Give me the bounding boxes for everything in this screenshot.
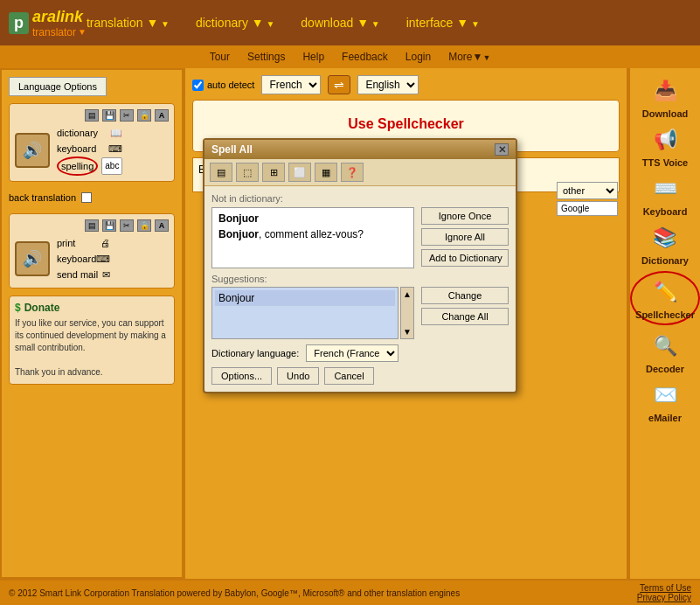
lang-row: auto detect French ⇌ English	[192, 75, 620, 94]
auto-detect-checkbox[interactable]	[192, 80, 204, 91]
tb-lock-icon[interactable]: 🔒	[137, 109, 151, 122]
spell-word-bonjuor[interactable]: Bonjuor	[215, 211, 411, 226]
tb-lock-icon-2[interactable]: 🔒	[137, 219, 151, 232]
nav-feedback[interactable]: Feedback	[342, 51, 388, 63]
spellchecker-label: Spellchecker	[635, 309, 695, 320]
terms-of-use-link[interactable]: Terms of Use	[640, 583, 691, 593]
spell-tb-btn-6[interactable]: ❓	[341, 163, 364, 182]
nav-login[interactable]: Login	[405, 51, 431, 63]
option-sendmail: send mail ✉	[57, 267, 110, 282]
sidebar-item-tts[interactable]: 📢 TTS Voice	[642, 124, 688, 168]
tb-save-icon-2[interactable]: 💾	[102, 219, 116, 232]
option-print: print 🖨	[57, 235, 110, 251]
to-language-select[interactable]: English	[357, 75, 419, 94]
mail-icon[interactable]: ✉	[102, 267, 110, 282]
suggestions-list[interactable]: Bonjour	[211, 287, 399, 339]
sec-nav: Tour Settings Help Feedback Login More▼	[0, 45, 700, 68]
donate-box: $ Donate If you like our service, you ca…	[9, 296, 175, 385]
back-translation-checkbox[interactable]	[81, 192, 92, 203]
spell-action-buttons: Ignore Once Ignore All Add to Dictionary	[421, 207, 509, 268]
nav-help[interactable]: Help	[302, 51, 324, 63]
top-nav: p aralink translator ▼ translation ▼ dic…	[0, 0, 700, 45]
suggestions-label: Suggestions:	[211, 274, 509, 284]
nav-more[interactable]: More▼	[448, 51, 490, 63]
tb-copy-icon[interactable]: ▤	[85, 109, 99, 122]
logo[interactable]: p aralink translator ▼	[9, 8, 87, 38]
spell-tb-btn-4[interactable]: ⬜	[288, 163, 311, 182]
print-icon[interactable]: 🖨	[100, 235, 110, 251]
sidebar-item-download[interactable]: 📥 Download	[642, 75, 689, 119]
suggestions-box: Bonjour ▲ ▼ Change Change All	[211, 287, 509, 339]
nav-interface[interactable]: interface ▼	[406, 16, 480, 30]
scroll-down-button[interactable]: ▼	[401, 325, 413, 338]
widget-say-it-1: ▤ 💾 ✂ 🔒 A 🔊 dictionary 📖 keyboard	[9, 103, 175, 182]
tb-scissors-icon[interactable]: ✂	[120, 109, 134, 122]
spell-word-list[interactable]: Bonjuor Bonjuor, comment allez-vous?	[211, 207, 414, 268]
donate-title[interactable]: $ Donate	[15, 302, 169, 314]
tb-save-icon[interactable]: 💾	[102, 109, 116, 122]
spelling-badge: abc	[101, 157, 122, 175]
add-to-dictionary-button[interactable]: Add to Dictionary	[421, 249, 509, 267]
nav-settings[interactable]: Settings	[247, 51, 285, 63]
change-buttons: Change Change All	[421, 287, 509, 339]
sidebar-item-dictionary[interactable]: 📚 Dictionary	[641, 222, 689, 266]
say-it-row-2: 🔊 print 🖨 keyboard ⌨ send mail ✉	[15, 235, 169, 282]
kbd-icon-2[interactable]: ⌨	[96, 251, 110, 267]
spell-word-full[interactable]: Bonjuor, comment allez-vous?	[215, 226, 411, 242]
emailer-label: eMailer	[648, 413, 682, 423]
logo-text: aralink	[32, 8, 83, 26]
speaker-icon-1[interactable]: 🔊	[15, 133, 50, 168]
dict-icon[interactable]: 📖	[110, 125, 122, 141]
decoder-label: Decoder	[646, 364, 684, 374]
kbd-icon[interactable]: ⌨	[108, 141, 122, 156]
options-button[interactable]: Options...	[211, 367, 272, 385]
swap-languages-button[interactable]: ⇌	[328, 75, 350, 94]
nav-dictionary[interactable]: dictionary ▼	[196, 16, 274, 30]
option-spelling: spelling abc	[57, 156, 122, 176]
suggestion-bonjour[interactable]: Bonjour	[215, 290, 395, 306]
emailer-icon: ✉️	[646, 379, 684, 411]
dict-lang-label: Dictionary language:	[211, 348, 299, 358]
undo-button[interactable]: Undo	[277, 367, 319, 385]
ignore-all-button[interactable]: Ignore All	[421, 228, 509, 246]
sidebar-item-emailer[interactable]: ✉️ eMailer	[646, 379, 684, 423]
options-list-2: print 🖨 keyboard ⌨ send mail ✉	[57, 235, 110, 282]
nav-links: translation ▼ dictionary ▼ download ▼ in…	[87, 16, 691, 30]
sidebar-item-spellchecker[interactable]: ✏️ Spellchecker	[630, 271, 700, 325]
spell-dialog-title-bar: Spell All ✕	[204, 140, 516, 159]
option-keyboard-2: keyboard ⌨	[57, 251, 110, 267]
tb-scissors-icon-2[interactable]: ✂	[120, 219, 134, 232]
footer: © 2012 Smart Link Corporation Translatio…	[0, 579, 700, 605]
spell-close-button[interactable]: ✕	[495, 143, 509, 156]
nav-tour[interactable]: Tour	[210, 51, 230, 63]
spell-tb-btn-5[interactable]: ▦	[315, 163, 337, 182]
cancel-button[interactable]: Cancel	[324, 367, 373, 385]
from-language-select[interactable]: French	[261, 75, 321, 94]
speaker-icon-2[interactable]: 🔊	[15, 241, 50, 276]
tb-copy-icon-2[interactable]: ▤	[85, 219, 99, 232]
nav-download[interactable]: download ▼	[301, 16, 379, 30]
spell-all-dialog: Spell All ✕ ▤ ⬚ ⊞ ⬜ ▦ ❓ Not in dictionar…	[203, 138, 517, 393]
spell-tb-btn-2[interactable]: ⬚	[236, 163, 259, 182]
sidebar-item-keyboard[interactable]: ⌨️ Keyboard	[643, 173, 688, 217]
spell-tb-btn-1[interactable]: ▤	[210, 163, 232, 182]
scroll-up-button[interactable]: ▲	[401, 288, 413, 301]
tb-font-icon[interactable]: A	[155, 109, 169, 122]
privacy-policy-link[interactable]: Privacy Policy	[637, 593, 691, 602]
other-google-area: other Google Google	[557, 182, 618, 216]
sidebar-item-decoder[interactable]: 🔍 Decoder	[646, 330, 684, 374]
spell-tb-btn-3[interactable]: ⊞	[262, 163, 285, 182]
donate-thanks: Thank you in advance.	[15, 366, 169, 379]
tb-font-icon-2[interactable]: A	[155, 219, 169, 232]
nav-translation[interactable]: translation ▼	[87, 16, 170, 30]
dict-lang-select[interactable]: French (France	[306, 344, 399, 362]
change-button[interactable]: Change	[421, 287, 509, 304]
ignore-once-button[interactable]: Ignore Once	[421, 207, 509, 225]
spell-dialog-toolbar: ▤ ⬚ ⊞ ⬜ ▦ ❓	[204, 159, 516, 186]
center-area: auto detect French ⇌ English Use Spellch…	[184, 68, 628, 579]
other-google-select[interactable]: other Google	[557, 182, 618, 199]
dict-lang-row: Dictionary language: French (France	[211, 344, 509, 362]
spell-words-area: Bonjuor Bonjuor, comment allez-vous?	[211, 207, 414, 268]
change-all-button[interactable]: Change All	[421, 308, 509, 325]
language-options-button[interactable]: Language Options	[9, 77, 107, 96]
